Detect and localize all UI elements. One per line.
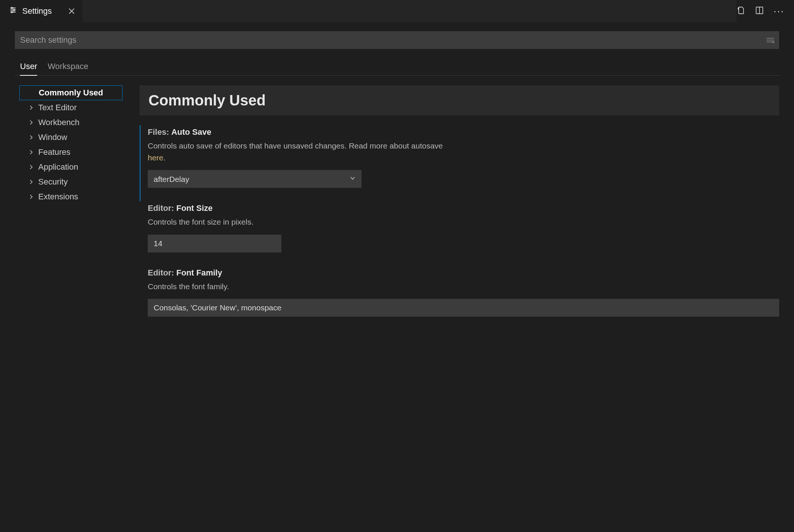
setting-name: Font Size xyxy=(176,203,213,213)
setting-editor-fontfamily: Editor: Font Family Controls the font fa… xyxy=(140,266,779,317)
setting-files-autosave: Files: Auto Save Controls auto save of e… xyxy=(140,125,779,201)
toc-label: Features xyxy=(38,147,71,157)
scope-tab-workspace[interactable]: Workspace xyxy=(48,62,88,75)
search-input[interactable] xyxy=(15,31,779,49)
toc-item-text-editor[interactable]: Text Editor xyxy=(19,100,122,115)
toc-item-application[interactable]: Application xyxy=(19,160,122,174)
settings-search xyxy=(15,31,779,49)
clear-search-icon[interactable] xyxy=(766,37,775,43)
toc-item-extensions[interactable]: Extensions xyxy=(19,189,122,204)
svg-point-4 xyxy=(13,9,15,11)
toc-item-security[interactable]: Security xyxy=(19,174,122,189)
split-editor-icon[interactable] xyxy=(755,6,764,16)
editor-actions: ··· xyxy=(736,0,794,22)
autosave-select[interactable]: afterDelay xyxy=(148,170,362,188)
setting-name: Font Family xyxy=(176,268,222,277)
chevron-right-icon xyxy=(28,120,35,125)
setting-category: Files: xyxy=(148,127,169,137)
setting-description: Controls the font size in pixels. xyxy=(148,216,452,228)
chevron-right-icon xyxy=(28,105,35,110)
setting-name: Auto Save xyxy=(171,127,212,137)
setting-category: Editor: xyxy=(148,268,174,277)
toc-label: Window xyxy=(38,133,67,142)
toc-label: Text Editor xyxy=(38,103,77,112)
toc-label: Security xyxy=(38,177,68,187)
toc-label: Application xyxy=(38,162,78,172)
open-settings-json-icon[interactable] xyxy=(736,6,745,16)
chevron-right-icon xyxy=(28,135,35,140)
scope-tab-user[interactable]: User xyxy=(20,62,37,76)
chevron-right-icon xyxy=(28,164,35,170)
settings-scope-tabs: User Workspace xyxy=(15,62,779,76)
fontsize-input[interactable] xyxy=(148,235,281,252)
toc-label: Commonly Used xyxy=(39,88,103,98)
toc-label: Workbench xyxy=(38,118,79,127)
chevron-right-icon xyxy=(28,194,35,199)
editor-tab-bar: Settings ··· xyxy=(0,0,794,22)
settings-icon xyxy=(9,6,17,16)
tab-settings[interactable]: Settings xyxy=(0,0,82,22)
toc-item-window[interactable]: Window xyxy=(19,130,122,145)
settings-toc: Commonly Used Text Editor Workbench Wind… xyxy=(15,85,122,532)
setting-category: Editor: xyxy=(148,203,174,213)
svg-point-5 xyxy=(11,12,13,13)
fontfamily-input[interactable] xyxy=(148,299,779,317)
toc-item-commonly-used[interactable]: Commonly Used xyxy=(19,85,122,100)
settings-content: Commonly Used Files: Auto Save Controls … xyxy=(140,85,779,532)
svg-point-3 xyxy=(11,7,13,9)
toc-item-workbench[interactable]: Workbench xyxy=(19,115,122,130)
toc-label: Extensions xyxy=(38,192,78,202)
close-icon[interactable] xyxy=(68,8,75,14)
autosave-doc-link[interactable]: here xyxy=(148,153,163,162)
setting-editor-fontsize: Editor: Font Size Controls the font size… xyxy=(140,201,779,266)
toc-item-features[interactable]: Features xyxy=(19,145,122,160)
tab-title: Settings xyxy=(22,6,52,16)
chevron-right-icon xyxy=(28,179,35,185)
setting-description: Controls the font family. xyxy=(148,281,452,293)
setting-description: Controls auto save of editors that have … xyxy=(148,140,452,163)
chevron-right-icon xyxy=(28,150,35,155)
group-title: Commonly Used xyxy=(140,85,779,115)
